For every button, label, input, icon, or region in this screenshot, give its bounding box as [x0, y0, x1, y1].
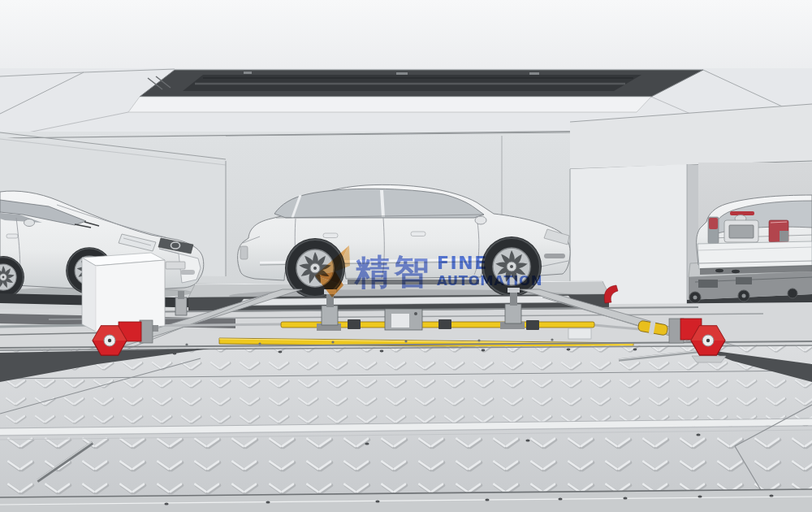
opening-front-edge	[128, 97, 651, 112]
rear-bumper	[698, 241, 812, 269]
center-gearbox	[385, 309, 422, 330]
parking-system-render: 精智 FINE AUTOMATION	[0, 0, 812, 512]
shaft-coupler	[526, 320, 539, 330]
side-mirror	[24, 219, 35, 227]
side-mirror	[475, 216, 486, 224]
door-handle	[323, 233, 338, 238]
b-pillar	[382, 190, 383, 217]
exhaust-tip	[732, 270, 740, 273]
shaft-coupler	[438, 319, 451, 329]
exhaust-tip	[715, 269, 723, 272]
bumper-vent	[544, 254, 565, 258]
tail-lamp-left	[709, 218, 718, 229]
door-handle	[411, 232, 425, 236]
tail-lamp	[240, 246, 248, 259]
license-plate	[166, 262, 185, 269]
ceiling-service-opening	[128, 70, 703, 112]
license-plate	[729, 225, 754, 238]
front-wheel	[482, 236, 542, 297]
pallet-wheel	[788, 289, 797, 298]
brake-light-strip	[730, 211, 754, 215]
garage-3d-scene	[0, 0, 812, 512]
shaft-coupler	[348, 319, 361, 329]
checker-plate-floor	[0, 345, 812, 512]
